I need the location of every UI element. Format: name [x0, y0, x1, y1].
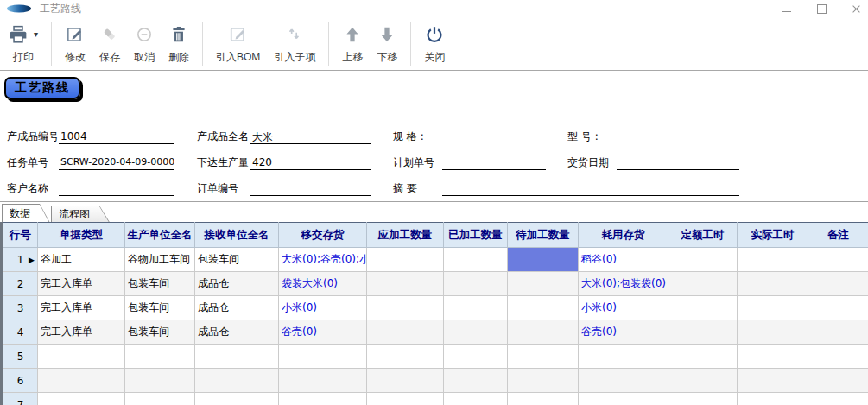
doc-type-cell[interactable]: [38, 345, 125, 369]
row-number-cell[interactable]: 7: [3, 393, 38, 405]
col-header-to-process[interactable]: 应加工数量: [367, 223, 444, 248]
print-dropdown-icon[interactable]: ▾: [34, 30, 38, 39]
col-header-std-hours[interactable]: 定额工时: [668, 223, 738, 248]
task-no-value[interactable]: SCRW-2020-04-09-00003: [59, 156, 174, 170]
actual-hours-cell[interactable]: [738, 248, 808, 272]
processed-cell[interactable]: [444, 248, 508, 272]
remark-cell[interactable]: [808, 272, 868, 296]
transfer-cell[interactable]: 袋装大米(0): [279, 272, 367, 296]
actual-hours-cell[interactable]: [738, 393, 808, 405]
production-qty-value[interactable]: 420: [250, 156, 371, 170]
processed-cell[interactable]: [444, 393, 508, 405]
recv-unit-cell[interactable]: 成品仓: [195, 296, 279, 320]
transfer-cell[interactable]: [279, 345, 367, 369]
consumed-cell[interactable]: [579, 393, 668, 405]
prod-unit-cell[interactable]: 包装车间: [125, 272, 195, 296]
pending-cell[interactable]: [508, 272, 579, 296]
pending-cell[interactable]: [508, 320, 579, 345]
remark-cell[interactable]: [808, 369, 868, 393]
close-window-button[interactable]: 关闭: [417, 19, 452, 69]
to-process-cell[interactable]: [367, 296, 444, 320]
std-hours-cell[interactable]: [668, 369, 738, 393]
doc-type-cell[interactable]: [38, 393, 125, 405]
recv-unit-cell[interactable]: [195, 369, 279, 393]
doc-type-cell[interactable]: 完工入库单: [38, 320, 125, 345]
pending-cell[interactable]: [508, 369, 579, 393]
actual-hours-cell[interactable]: [738, 296, 808, 320]
to-process-cell[interactable]: [367, 393, 444, 405]
delivery-date-value[interactable]: [617, 156, 739, 170]
prod-unit-cell[interactable]: 包装车间: [125, 320, 195, 345]
to-process-cell[interactable]: [367, 248, 444, 272]
pending-cell[interactable]: [508, 296, 579, 320]
recv-unit-cell[interactable]: [195, 393, 279, 405]
maximize-button[interactable]: [814, 3, 828, 15]
order-no-value[interactable]: [250, 182, 371, 196]
recv-unit-cell[interactable]: 成品仓: [195, 320, 279, 345]
recv-unit-cell[interactable]: [195, 345, 279, 369]
row-number-cell[interactable]: 4: [3, 320, 38, 345]
transfer-cell[interactable]: [279, 393, 367, 405]
to-process-cell[interactable]: [367, 369, 444, 393]
process-route-page-button[interactable]: 工艺路线: [4, 77, 80, 99]
save-button[interactable]: 保存: [92, 19, 127, 69]
doc-type-cell[interactable]: 完工入库单: [38, 272, 125, 296]
recv-unit-cell[interactable]: 成品仓: [195, 272, 279, 296]
std-hours-cell[interactable]: [668, 272, 738, 296]
pending-cell[interactable]: [508, 345, 579, 369]
std-hours-cell[interactable]: [668, 393, 738, 405]
tab-flowchart[interactable]: 流程图: [51, 206, 111, 224]
import-bom-button[interactable]: 引入BOM: [209, 19, 267, 69]
to-process-cell[interactable]: [367, 320, 444, 345]
transfer-cell[interactable]: 谷壳(0): [279, 320, 367, 345]
consumed-cell[interactable]: 谷壳(0): [579, 320, 668, 345]
actual-hours-cell[interactable]: [738, 369, 808, 393]
row-number-cell[interactable]: 1▶: [3, 248, 38, 272]
std-hours-cell[interactable]: [668, 320, 738, 345]
col-header-consumed[interactable]: 耗用存货: [579, 223, 668, 248]
product-code-value[interactable]: 1004: [59, 130, 174, 144]
processed-cell[interactable]: [444, 296, 508, 320]
processed-cell[interactable]: [444, 272, 508, 296]
col-header-row-no[interactable]: 行号: [3, 223, 38, 248]
transfer-cell[interactable]: 大米(0);谷壳(0);小米(0): [279, 248, 367, 272]
col-header-processed[interactable]: 已加工数量: [444, 223, 508, 248]
pending-cell[interactable]: [508, 393, 579, 405]
row-number-cell[interactable]: 2: [3, 272, 38, 296]
import-subitem-button[interactable]: 引入子项: [267, 19, 322, 69]
plan-no-value[interactable]: [442, 156, 546, 170]
to-process-cell[interactable]: [367, 272, 444, 296]
pending-cell-selected[interactable]: [508, 248, 579, 272]
consumed-cell[interactable]: [579, 345, 668, 369]
col-header-doc-type[interactable]: 单据类型: [38, 223, 125, 248]
std-hours-cell[interactable]: [668, 296, 738, 320]
col-header-actual-hours[interactable]: 实际工时: [738, 223, 808, 248]
cancel-button[interactable]: 取消: [127, 19, 162, 69]
processed-cell[interactable]: [444, 369, 508, 393]
col-header-transfer[interactable]: 移交存货: [279, 223, 367, 248]
transfer-cell[interactable]: [279, 369, 367, 393]
remark-cell[interactable]: [808, 296, 868, 320]
close-button[interactable]: [849, 3, 863, 15]
modify-button[interactable]: 修改: [58, 19, 92, 69]
delete-button[interactable]: 删除: [162, 19, 196, 69]
prod-unit-cell[interactable]: 谷物加工车间: [125, 248, 195, 272]
row-number-cell[interactable]: 3: [3, 296, 38, 320]
to-process-cell[interactable]: [367, 345, 444, 369]
std-hours-cell[interactable]: [668, 345, 738, 369]
product-name-value[interactable]: 大米: [250, 130, 371, 144]
print-button[interactable]: ▾ 打印: [2, 19, 45, 69]
prod-unit-cell[interactable]: [125, 369, 195, 393]
actual-hours-cell[interactable]: [738, 320, 808, 345]
col-header-prod-unit[interactable]: 生产单位全名: [125, 223, 195, 248]
prod-unit-cell[interactable]: 包装车间: [125, 296, 195, 320]
prod-unit-cell[interactable]: [125, 393, 195, 405]
actual-hours-cell[interactable]: [738, 345, 808, 369]
std-hours-cell[interactable]: [668, 248, 738, 272]
consumed-cell[interactable]: 小米(0): [579, 296, 668, 320]
actual-hours-cell[interactable]: [738, 272, 808, 296]
move-up-button[interactable]: 上移: [335, 19, 370, 69]
col-header-recv-unit[interactable]: 接收单位全名: [195, 223, 279, 248]
remark-cell[interactable]: [808, 248, 868, 272]
doc-type-cell[interactable]: 完工入库单: [38, 296, 125, 320]
